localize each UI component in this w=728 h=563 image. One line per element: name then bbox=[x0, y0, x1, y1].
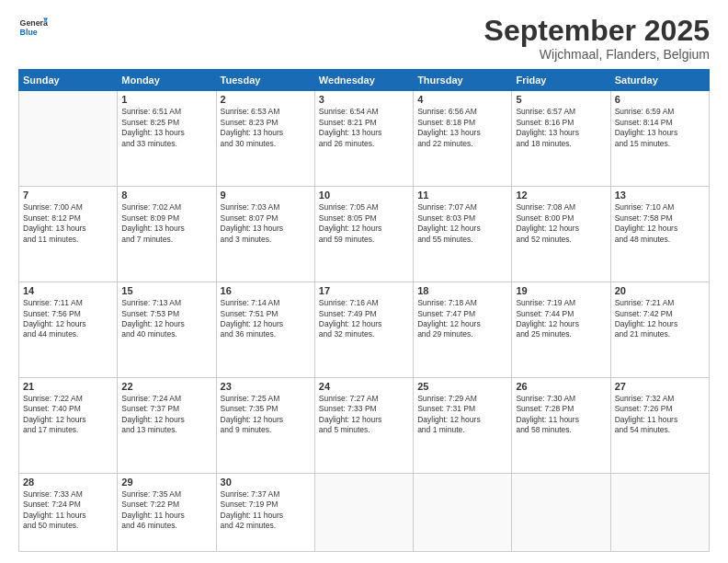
day-number: 29 bbox=[121, 477, 211, 488]
table-row: 27Sunrise: 7:32 AM Sunset: 7:26 PM Dayli… bbox=[610, 378, 709, 474]
day-info: Sunrise: 6:51 AM Sunset: 8:25 PM Dayligh… bbox=[121, 107, 211, 149]
day-number: 7 bbox=[23, 190, 113, 201]
day-info: Sunrise: 7:02 AM Sunset: 8:09 PM Dayligh… bbox=[121, 202, 211, 245]
table-row: 11Sunrise: 7:07 AM Sunset: 8:03 PM Dayli… bbox=[414, 187, 512, 282]
day-info: Sunrise: 7:35 AM Sunset: 7:22 PM Dayligh… bbox=[121, 489, 211, 532]
svg-text:Blue: Blue bbox=[20, 28, 38, 37]
day-info: Sunrise: 6:53 AM Sunset: 8:23 PM Dayligh… bbox=[221, 107, 311, 149]
day-info: Sunrise: 6:57 AM Sunset: 8:16 PM Dayligh… bbox=[516, 107, 606, 149]
table-row: 22Sunrise: 7:24 AM Sunset: 7:37 PM Dayli… bbox=[118, 378, 216, 474]
day-info: Sunrise: 7:03 AM Sunset: 8:07 PM Dayligh… bbox=[221, 202, 311, 245]
day-info: Sunrise: 7:05 AM Sunset: 8:05 PM Dayligh… bbox=[319, 202, 409, 245]
day-info: Sunrise: 7:27 AM Sunset: 7:33 PM Dayligh… bbox=[319, 394, 409, 436]
table-row: 1Sunrise: 6:51 AM Sunset: 8:25 PM Daylig… bbox=[118, 91, 216, 187]
day-number: 19 bbox=[516, 285, 606, 296]
day-number: 10 bbox=[319, 190, 409, 201]
day-number: 9 bbox=[221, 190, 311, 201]
title-section: September 2025 Wijchmaal, Flanders, Belg… bbox=[484, 15, 710, 62]
logo: General Blue bbox=[18, 15, 48, 40]
day-number: 20 bbox=[615, 285, 705, 296]
day-info: Sunrise: 7:16 AM Sunset: 7:49 PM Dayligh… bbox=[319, 298, 409, 340]
table-row: 8Sunrise: 7:02 AM Sunset: 8:09 PM Daylig… bbox=[118, 187, 216, 282]
day-info: Sunrise: 7:25 AM Sunset: 7:35 PM Dayligh… bbox=[221, 394, 311, 436]
day-number: 27 bbox=[615, 381, 705, 392]
table-row bbox=[610, 473, 709, 551]
day-number: 21 bbox=[23, 381, 113, 392]
table-row: 25Sunrise: 7:29 AM Sunset: 7:31 PM Dayli… bbox=[414, 378, 512, 474]
day-info: Sunrise: 7:13 AM Sunset: 7:53 PM Dayligh… bbox=[121, 298, 211, 340]
table-row: 29Sunrise: 7:35 AM Sunset: 7:22 PM Dayli… bbox=[118, 473, 216, 551]
table-row: 15Sunrise: 7:13 AM Sunset: 7:53 PM Dayli… bbox=[118, 282, 216, 378]
day-number: 11 bbox=[417, 190, 507, 201]
day-number: 2 bbox=[221, 94, 311, 105]
table-row bbox=[512, 473, 610, 551]
day-info: Sunrise: 7:32 AM Sunset: 7:26 PM Dayligh… bbox=[615, 394, 705, 436]
table-row: 9Sunrise: 7:03 AM Sunset: 8:07 PM Daylig… bbox=[216, 187, 314, 282]
table-row: 21Sunrise: 7:22 AM Sunset: 7:40 PM Dayli… bbox=[19, 378, 118, 474]
day-number: 6 bbox=[615, 94, 705, 105]
day-number: 4 bbox=[417, 94, 507, 105]
day-info: Sunrise: 7:37 AM Sunset: 7:19 PM Dayligh… bbox=[221, 489, 311, 532]
table-row: 3Sunrise: 6:54 AM Sunset: 8:21 PM Daylig… bbox=[314, 91, 413, 187]
day-number: 14 bbox=[23, 285, 113, 296]
day-info: Sunrise: 7:24 AM Sunset: 7:37 PM Dayligh… bbox=[121, 394, 211, 436]
table-row: 20Sunrise: 7:21 AM Sunset: 7:42 PM Dayli… bbox=[610, 282, 709, 378]
day-info: Sunrise: 7:08 AM Sunset: 8:00 PM Dayligh… bbox=[516, 202, 606, 245]
day-number: 30 bbox=[221, 477, 311, 488]
day-number: 17 bbox=[319, 285, 409, 296]
table-row: 24Sunrise: 7:27 AM Sunset: 7:33 PM Dayli… bbox=[314, 378, 413, 474]
col-tuesday: Tuesday bbox=[216, 70, 314, 91]
table-row: 16Sunrise: 7:14 AM Sunset: 7:51 PM Dayli… bbox=[216, 282, 314, 378]
calendar: Sunday Monday Tuesday Wednesday Thursday… bbox=[18, 69, 710, 552]
day-info: Sunrise: 7:10 AM Sunset: 7:58 PM Dayligh… bbox=[615, 202, 705, 245]
col-sunday: Sunday bbox=[19, 70, 118, 91]
day-info: Sunrise: 6:54 AM Sunset: 8:21 PM Dayligh… bbox=[319, 107, 409, 149]
table-row: 7Sunrise: 7:00 AM Sunset: 8:12 PM Daylig… bbox=[19, 187, 118, 282]
table-row: 6Sunrise: 6:59 AM Sunset: 8:14 PM Daylig… bbox=[610, 91, 709, 187]
table-row: 18Sunrise: 7:18 AM Sunset: 7:47 PM Dayli… bbox=[414, 282, 512, 378]
day-number: 25 bbox=[417, 381, 507, 392]
table-row: 23Sunrise: 7:25 AM Sunset: 7:35 PM Dayli… bbox=[216, 378, 314, 474]
day-info: Sunrise: 7:18 AM Sunset: 7:47 PM Dayligh… bbox=[417, 298, 507, 340]
day-number: 1 bbox=[121, 94, 211, 105]
day-number: 18 bbox=[417, 285, 507, 296]
day-info: Sunrise: 7:00 AM Sunset: 8:12 PM Dayligh… bbox=[23, 202, 113, 245]
day-info: Sunrise: 7:19 AM Sunset: 7:44 PM Dayligh… bbox=[516, 298, 606, 340]
day-number: 5 bbox=[516, 94, 606, 105]
day-info: Sunrise: 6:59 AM Sunset: 8:14 PM Dayligh… bbox=[615, 107, 705, 149]
table-row: 14Sunrise: 7:11 AM Sunset: 7:56 PM Dayli… bbox=[19, 282, 118, 378]
header-row: Sunday Monday Tuesday Wednesday Thursday… bbox=[19, 70, 710, 91]
day-number: 16 bbox=[221, 285, 311, 296]
month-title: September 2025 bbox=[484, 15, 710, 47]
table-row: 19Sunrise: 7:19 AM Sunset: 7:44 PM Dayli… bbox=[512, 282, 610, 378]
day-number: 3 bbox=[319, 94, 409, 105]
day-info: Sunrise: 6:56 AM Sunset: 8:18 PM Dayligh… bbox=[417, 107, 507, 149]
table-row bbox=[414, 473, 512, 551]
day-number: 22 bbox=[121, 381, 211, 392]
svg-text:General: General bbox=[20, 18, 48, 28]
day-info: Sunrise: 7:29 AM Sunset: 7:31 PM Dayligh… bbox=[417, 394, 507, 436]
day-info: Sunrise: 7:07 AM Sunset: 8:03 PM Dayligh… bbox=[417, 202, 507, 245]
table-row: 5Sunrise: 6:57 AM Sunset: 8:16 PM Daylig… bbox=[512, 91, 610, 187]
table-row bbox=[314, 473, 413, 551]
location: Wijchmaal, Flanders, Belgium bbox=[484, 47, 710, 62]
day-info: Sunrise: 7:22 AM Sunset: 7:40 PM Dayligh… bbox=[23, 394, 113, 436]
day-number: 8 bbox=[121, 190, 211, 201]
col-monday: Monday bbox=[118, 70, 216, 91]
col-saturday: Saturday bbox=[610, 70, 709, 91]
table-row bbox=[19, 91, 118, 187]
col-wednesday: Wednesday bbox=[314, 70, 413, 91]
day-number: 26 bbox=[516, 381, 606, 392]
day-number: 13 bbox=[615, 190, 705, 201]
table-row: 28Sunrise: 7:33 AM Sunset: 7:24 PM Dayli… bbox=[19, 473, 118, 551]
table-row: 26Sunrise: 7:30 AM Sunset: 7:28 PM Dayli… bbox=[512, 378, 610, 474]
table-row: 4Sunrise: 6:56 AM Sunset: 8:18 PM Daylig… bbox=[414, 91, 512, 187]
day-number: 24 bbox=[319, 381, 409, 392]
table-row: 12Sunrise: 7:08 AM Sunset: 8:00 PM Dayli… bbox=[512, 187, 610, 282]
day-info: Sunrise: 7:14 AM Sunset: 7:51 PM Dayligh… bbox=[221, 298, 311, 340]
day-number: 23 bbox=[221, 381, 311, 392]
table-row: 17Sunrise: 7:16 AM Sunset: 7:49 PM Dayli… bbox=[314, 282, 413, 378]
day-info: Sunrise: 7:30 AM Sunset: 7:28 PM Dayligh… bbox=[516, 394, 606, 436]
table-row: 13Sunrise: 7:10 AM Sunset: 7:58 PM Dayli… bbox=[610, 187, 709, 282]
col-thursday: Thursday bbox=[414, 70, 512, 91]
